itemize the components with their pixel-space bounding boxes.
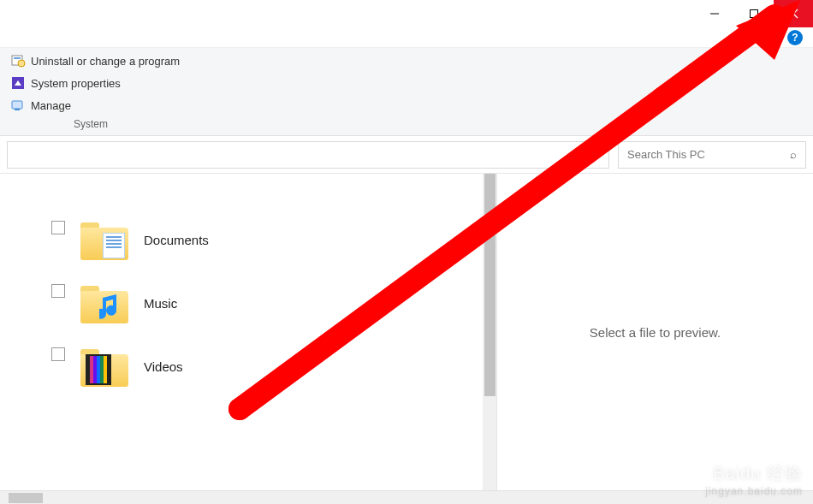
explorer-window: ˇ ? Uninstall or change a program System… [0,0,813,504]
checkbox[interactable] [51,347,65,361]
svg-rect-1 [751,10,758,18]
system-properties-label: System properties [31,77,121,90]
folder-icon-videos [80,346,128,387]
properties-icon [10,75,26,91]
system-properties-command[interactable]: System properties [7,74,806,92]
folder-label: Videos [144,359,183,374]
help-icon[interactable]: ? [787,30,803,45]
search-placeholder: Search This PC [627,148,790,161]
search-input[interactable]: Search This PC ⌕ [618,141,806,169]
folder-icon-documents [80,219,128,260]
maximize-button[interactable] [734,0,774,27]
programs-icon [10,53,26,68]
status-bar [0,490,813,504]
address-bar[interactable]: ↻ [7,141,609,169]
preview-pane: Select a file to preview. [496,174,813,490]
content-area: Documents Music [0,174,813,490]
title-bar [0,0,813,27]
ribbon-collapse-chevron-icon[interactable]: ˇ [775,32,779,44]
svg-point-6 [18,60,25,67]
folder-item-videos[interactable]: Videos [51,335,496,398]
folder-label: Music [144,296,177,311]
minimize-button[interactable] [695,0,734,27]
status-handle [9,493,43,503]
vertical-scrollbar[interactable] [483,174,496,490]
close-button[interactable] [774,0,813,27]
address-search-row: ↻ Search This PC ⌕ [0,136,813,174]
search-icon: ⌕ [790,148,797,161]
folder-label: Documents [144,233,209,247]
svg-rect-5 [14,57,21,59]
preview-message: Select a file to preview. [590,325,721,340]
folder-item-music[interactable]: Music [51,271,496,335]
manage-label: Manage [31,99,71,112]
folder-item-documents[interactable]: Documents [51,208,496,271]
svg-rect-9 [15,109,20,110]
manage-icon [10,98,26,113]
uninstall-program-label: Uninstall or change a program [31,55,180,68]
folder-icon-music [80,282,128,323]
ribbon: Uninstall or change a program System pro… [0,48,813,136]
ribbon-collapse-row: ˇ ? [0,27,813,48]
scrollbar-thumb[interactable] [484,174,496,396]
checkbox[interactable] [51,221,65,234]
refresh-icon[interactable]: ↻ [590,148,600,162]
manage-command[interactable]: Manage [7,96,806,115]
svg-rect-8 [12,101,22,109]
checkbox[interactable] [51,284,65,298]
ribbon-group-label: System [7,115,144,135]
uninstall-program-command[interactable]: Uninstall or change a program [7,51,806,70]
file-list-pane: Documents Music [0,174,496,490]
